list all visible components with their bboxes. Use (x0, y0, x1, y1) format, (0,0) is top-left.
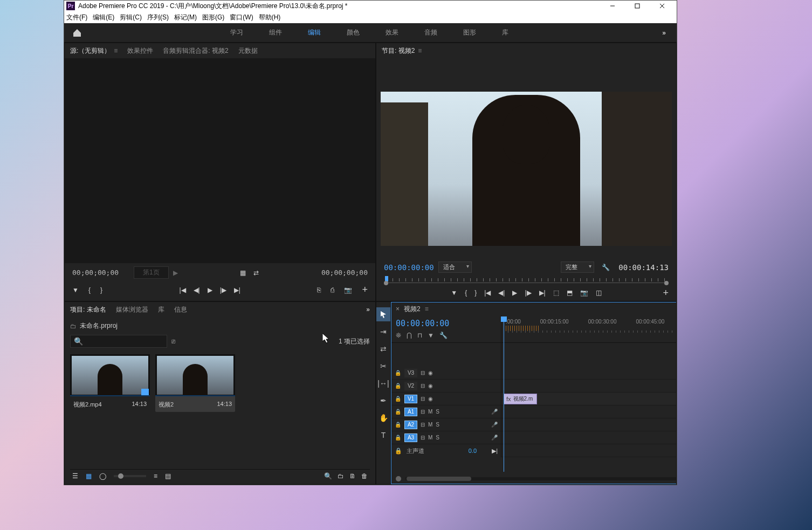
tool-slip[interactable]: |↔| (376, 376, 390, 390)
project-delete-icon[interactable]: 🗑 (361, 472, 368, 480)
lane-v1[interactable]: fx 视频2.m (501, 393, 677, 405)
tool-type[interactable]: T (376, 428, 390, 442)
scrubber-handle-left[interactable] (384, 281, 388, 285)
menu-file[interactable]: 文件(F) (66, 13, 87, 22)
track-tag-v1[interactable]: V1 (404, 395, 417, 403)
goto-end-icon[interactable]: ▶| (492, 448, 498, 455)
src-goto-out-icon[interactable]: ▶| (234, 286, 240, 294)
mic-icon[interactable]: 🎤 (491, 422, 498, 428)
prog-lift-icon[interactable]: ⬚ (553, 289, 559, 297)
workspace-tab-libraries[interactable]: 库 (500, 24, 511, 42)
source-tab-effect-controls[interactable]: 效果控件 (127, 46, 153, 56)
clip-video2[interactable]: fx 视频2.m (504, 394, 537, 404)
src-export-frame-icon[interactable]: 📷 (344, 286, 352, 294)
lock-icon[interactable]: 🔒 (395, 435, 401, 440)
prog-goto-out-icon[interactable]: ▶| (539, 289, 546, 297)
prog-export-frame-icon[interactable]: 📷 (580, 289, 588, 297)
prog-compare-icon[interactable]: ◫ (596, 289, 602, 297)
prog-play-icon[interactable]: ▶ (512, 289, 517, 297)
menu-help[interactable]: 帮助(H) (259, 13, 281, 22)
workspace-tab-graphics[interactable]: 图形 (461, 24, 478, 42)
lane-a3[interactable] (501, 431, 677, 444)
tl-snap-icon[interactable]: ❊ (396, 332, 401, 339)
close-button[interactable] (650, 1, 675, 11)
track-head-a3[interactable]: 🔒 A3 ⊟ MS 🎤 (391, 431, 501, 444)
workspace-tab-audio[interactable]: 音频 (422, 24, 439, 42)
menu-clip[interactable]: 剪辑(C) (120, 13, 142, 22)
program-fit-dropdown[interactable]: 适合 (438, 261, 472, 273)
home-button[interactable] (67, 23, 87, 43)
tl-settings-icon[interactable]: 🔧 (439, 332, 448, 339)
tl-scroll-left-handle[interactable] (396, 476, 401, 481)
src-overwrite-icon[interactable]: ⎙ (331, 286, 334, 294)
lane-a1[interactable] (501, 405, 677, 418)
track-tag-a1[interactable]: A1 (404, 408, 417, 416)
project-more-icon[interactable]: » (366, 306, 370, 313)
project-tab-project[interactable]: 项目: 未命名 (70, 305, 106, 314)
lane-v2[interactable] (501, 380, 677, 393)
source-tab-metadata[interactable]: 元数据 (238, 46, 258, 56)
project-tab-media[interactable]: 媒体浏览器 (116, 305, 148, 314)
lock-icon[interactable]: 🔒 (395, 383, 401, 389)
track-lanes[interactable]: fx 视频2.m (501, 343, 677, 457)
lock-icon[interactable]: 🔒 (395, 448, 402, 455)
menu-window[interactable]: 窗口(W) (230, 13, 253, 22)
track-tag-a3[interactable]: A3 (404, 433, 417, 442)
workspace-tab-learn[interactable]: 学习 (228, 24, 245, 42)
prog-step-back-icon[interactable]: ◀| (498, 289, 505, 297)
prog-step-fwd-icon[interactable]: |▶ (525, 289, 531, 297)
project-sort-icon[interactable]: ≡ (154, 472, 157, 480)
project-clip-0[interactable]: 视频2.mp4 14:13 (70, 354, 150, 412)
src-step-back-icon[interactable]: ◀| (194, 286, 200, 294)
project-tab-info[interactable]: 信息 (174, 305, 187, 314)
track-tag-v2[interactable]: V2 (404, 382, 417, 390)
menu-sequence[interactable]: 序列(S) (147, 13, 169, 22)
workspace-tab-editing[interactable]: 编辑 (306, 24, 323, 42)
workspace-tab-effects[interactable]: 效果 (383, 24, 401, 42)
tl-link-icon[interactable]: ⋂ (407, 332, 412, 339)
src-play-icon[interactable]: ▶ (208, 286, 212, 294)
src-insert-icon[interactable]: ⎘ (317, 286, 321, 294)
timeline-seq-name[interactable]: 视频2 (404, 305, 421, 314)
project-zoom-slider[interactable] (114, 475, 146, 477)
tool-track-select[interactable]: ⇥ (376, 325, 390, 339)
lock-icon[interactable]: 🔒 (395, 422, 401, 428)
eye-icon[interactable]: ◉ (428, 396, 433, 402)
lane-master[interactable] (501, 444, 677, 457)
track-head-a1[interactable]: 🔒 A1 ⊟ MS 🎤 (391, 405, 501, 418)
prog-extract-icon[interactable]: ⬒ (567, 289, 573, 297)
workspace-tab-assembly[interactable]: 组件 (267, 24, 284, 42)
tool-hand[interactable]: ✋ (376, 411, 390, 425)
mic-icon[interactable]: 🎤 (491, 435, 498, 440)
eye-icon[interactable]: ◉ (428, 383, 433, 389)
mic-icon[interactable]: 🎤 (491, 409, 498, 415)
sync-lock-icon[interactable]: ⊟ (421, 435, 425, 440)
track-head-v3[interactable]: 🔒 V3 ⊟ ◉ (391, 367, 501, 380)
prog-goto-in-icon[interactable]: |◀ (484, 289, 491, 297)
project-view-freeform-icon[interactable]: ◯ (99, 472, 106, 480)
source-settings2-icon[interactable]: ⇄ (253, 269, 259, 277)
source-tab-audio-mixer[interactable]: 音频剪辑混合器: 视频2 (163, 46, 228, 56)
program-scrubber[interactable] (384, 277, 669, 285)
project-new-item-icon[interactable]: 🗎 (349, 472, 356, 480)
program-settings-icon[interactable]: 🔧 (602, 264, 610, 271)
project-clip-1[interactable]: 视频2 14:13 (155, 354, 235, 412)
program-preview[interactable] (381, 92, 672, 246)
track-head-a2[interactable]: 🔒 A2 ⊟ MS 🎤 (391, 418, 501, 431)
source-paging-play-icon[interactable]: ▶ (173, 269, 178, 277)
track-tag-a2[interactable]: A2 (404, 421, 417, 429)
sync-lock-icon[interactable]: ⊟ (421, 409, 425, 415)
source-settings1-icon[interactable]: ▦ (240, 269, 246, 277)
prog-marker-icon[interactable]: ▼ (451, 289, 457, 297)
scrubber-handle-right[interactable] (664, 281, 669, 285)
tl-marker-span-icon[interactable]: ⊓ (417, 332, 422, 339)
timeline-tab-close-icon[interactable]: × (396, 305, 400, 313)
src-add-button-icon[interactable]: + (362, 284, 368, 295)
source-time-right[interactable]: 00;00;00;00 (321, 269, 368, 277)
eye-icon[interactable]: ◉ (428, 370, 433, 376)
lock-icon[interactable]: 🔒 (395, 370, 401, 376)
src-in-icon[interactable]: { (88, 286, 91, 294)
timeline-scrollbar[interactable] (391, 474, 677, 484)
sync-lock-icon[interactable]: ⊟ (421, 383, 425, 389)
lane-v3[interactable] (501, 367, 677, 380)
